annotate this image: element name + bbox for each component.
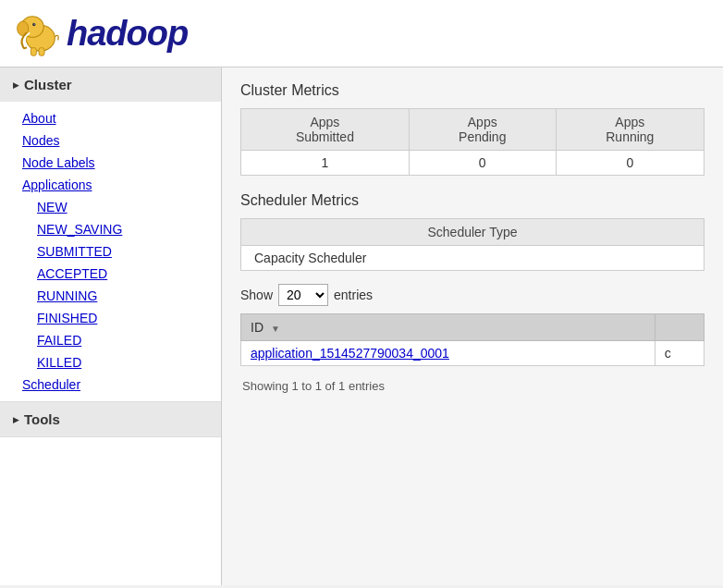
tools-arrow-icon: ▸ [13,413,18,426]
scheduler-metrics-table: Scheduler Type Capacity Scheduler [240,218,705,271]
app-header: hadoop [0,0,723,67]
entries-suffix: entries [334,288,373,302]
sidebar-item-failed[interactable]: FAILED [0,329,221,351]
app-title: hadoop [67,14,188,54]
metrics-pending-value: 0 [409,151,556,176]
metrics-row: 1 0 0 [241,151,705,176]
entries-header-extra[interactable] [655,314,704,341]
sidebar: ▸ Cluster About Nodes Node Labels Applic… [0,67,222,585]
svg-rect-6 [39,48,44,56]
entries-select[interactable]: 20 50 100 [278,284,328,306]
sidebar-item-about[interactable]: About [0,107,221,129]
sidebar-item-submitted[interactable]: SUBMITTED [0,240,221,263]
hadoop-elephant-icon [15,9,63,57]
table-row: application_1514527790034_0001 c [241,341,705,366]
sidebar-item-new-saving[interactable]: NEW_SAVING [0,218,221,240]
sidebar-item-finished[interactable]: FINISHED [0,307,221,329]
metrics-header-running: AppsRunning [556,109,704,151]
show-label: Show [240,288,273,302]
scheduler-metrics-title: Scheduler Metrics [240,192,705,209]
cluster-metrics-title: Cluster Metrics [240,82,705,99]
app-extra-cell: c [655,341,704,366]
sidebar-item-scheduler[interactable]: Scheduler [0,374,221,396]
main-content: Cluster Metrics AppsSubmitted AppsPendin… [222,67,723,585]
sidebar-tools-label: Tools [24,411,60,427]
sidebar-item-killed[interactable]: KILLED [0,351,221,374]
cluster-metrics-table: AppsSubmitted AppsPending AppsRunning 1 … [240,108,705,176]
main-layout: ▸ Cluster About Nodes Node Labels Applic… [0,67,723,585]
metrics-header-pending: AppsPending [409,109,556,151]
sidebar-item-applications[interactable]: Applications [0,174,221,196]
showing-entries-text: Showing 1 to 1 of 1 entries [240,374,705,398]
cluster-arrow-icon: ▸ [13,79,18,92]
metrics-header-submitted: AppsSubmitted [241,109,410,151]
sidebar-cluster-nav: About Nodes Node Labels Applications NEW… [0,102,221,401]
sidebar-item-accepted[interactable]: ACCEPTED [0,263,221,285]
svg-rect-5 [31,48,36,56]
app-id-link[interactable]: application_1514527790034_0001 [251,346,449,361]
metrics-running-value: 0 [556,151,704,176]
entries-header-id[interactable]: ID ▼ [241,314,656,341]
scheduler-type-value: Capacity Scheduler [241,246,705,271]
sidebar-cluster-section: ▸ Cluster About Nodes Node Labels Applic… [0,67,221,402]
svg-point-3 [32,23,35,26]
sidebar-item-new[interactable]: NEW [0,196,221,218]
scheduler-type-row: Capacity Scheduler [241,246,705,271]
scheduler-type-header: Scheduler Type [241,219,705,246]
sidebar-tools-section: ▸ Tools [0,402,221,437]
logo-container: hadoop [15,9,188,57]
app-id-cell: application_1514527790034_0001 [241,341,656,366]
sidebar-item-node-labels[interactable]: Node Labels [0,152,221,174]
sidebar-cluster-label: Cluster [24,77,72,92]
sidebar-item-nodes[interactable]: Nodes [0,129,221,152]
sidebar-cluster-header[interactable]: ▸ Cluster [0,67,221,102]
show-entries-control: Show 20 50 100 entries [240,284,705,306]
svg-point-4 [34,24,35,25]
sidebar-tools-header[interactable]: ▸ Tools [0,402,221,436]
id-sort-icon: ▼ [271,324,280,334]
metrics-submitted-value: 1 [241,151,410,176]
sidebar-item-running[interactable]: RUNNING [0,285,221,307]
entries-table: ID ▼ application_1514527790034_0001 c [240,313,705,366]
